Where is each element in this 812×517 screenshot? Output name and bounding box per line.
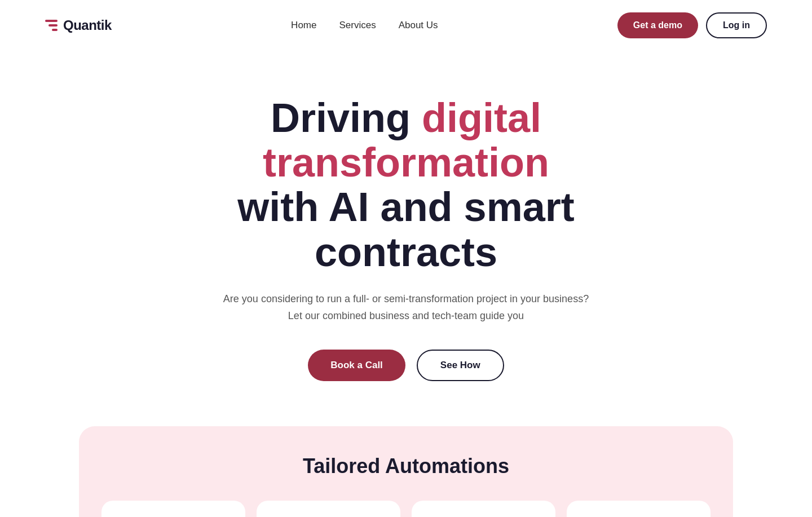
hero-section: Driving digital transformation with AI a…: [0, 51, 812, 415]
logo-bar-1: [45, 20, 58, 22]
hero-subtitle-line1: Are you considering to run a full- or se…: [223, 293, 589, 304]
logo-text: Quantik: [63, 17, 112, 33]
hero-title: Driving digital transformation with AI a…: [152, 96, 660, 275]
hero-title-plain: Driving: [271, 95, 422, 140]
login-button[interactable]: Log in: [706, 12, 767, 38]
automation-cards: Proposals Approval Calculation Accountin…: [102, 501, 710, 517]
card-calculation[interactable]: Calculation: [412, 501, 555, 517]
navbar: Quantik Home Services About Us Get a dem…: [0, 0, 812, 51]
card-proposals[interactable]: Proposals: [102, 501, 245, 517]
logo-bar-2: [48, 24, 58, 26]
see-how-button[interactable]: See How: [417, 350, 504, 381]
book-call-button[interactable]: Book a Call: [308, 350, 405, 381]
hero-subtitle: Are you considering to run a full- or se…: [223, 290, 589, 325]
tailored-section: Tailored Automations Proposals Approval …: [79, 426, 733, 517]
nav-home[interactable]: Home: [291, 20, 316, 31]
card-approval[interactable]: Approval: [257, 501, 400, 517]
logo-bar-3: [52, 29, 58, 31]
get-demo-button[interactable]: Get a demo: [617, 12, 698, 38]
hero-buttons: Book a Call See How: [308, 350, 504, 381]
nav-actions: Get a demo Log in: [617, 12, 767, 38]
nav-links: Home Services About Us: [291, 20, 438, 31]
logo-icon: [45, 20, 58, 31]
logo[interactable]: Quantik: [45, 17, 112, 33]
hero-title-rest: with AI and smart contracts: [237, 184, 574, 274]
card-accounting[interactable]: Accounting: [567, 501, 710, 517]
nav-about[interactable]: About Us: [399, 20, 438, 31]
hero-subtitle-line2: Let our combined business and tech-team …: [288, 310, 524, 321]
nav-services[interactable]: Services: [339, 20, 376, 31]
tailored-title: Tailored Automations: [102, 454, 710, 478]
